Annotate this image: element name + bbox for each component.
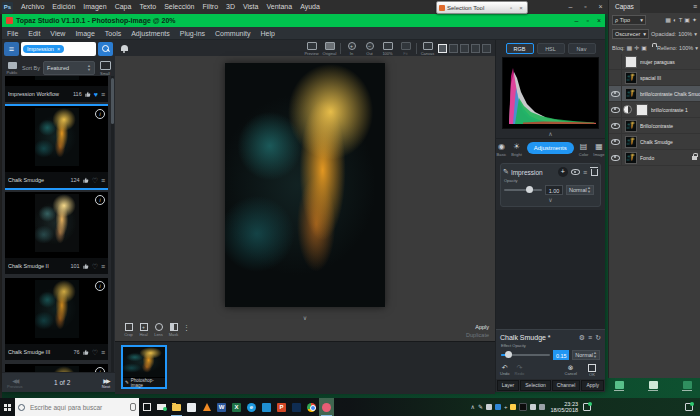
- ps-menu-edicion[interactable]: Edición: [48, 0, 79, 14]
- tz-menu-plugins[interactable]: Plug-ins: [175, 30, 210, 37]
- preset-card-chalk-smudge-iii[interactable]: i Chalk Smudge III 76 ♡ ≡: [5, 278, 108, 360]
- edge-icon[interactable]: e: [244, 398, 259, 416]
- more-tools-icon[interactable]: ⋮: [183, 323, 190, 332]
- taskbar-clock[interactable]: 23:23 18/05/2018: [548, 401, 580, 414]
- topaz-titlebar[interactable]: Topaz Studio V1.10.1 - Photoshop-image @…: [2, 14, 605, 27]
- zoom-fit-button[interactable]: Fit: [398, 42, 413, 56]
- taskbar-search-input[interactable]: [28, 403, 127, 412]
- redo-button[interactable]: ↷ Redo: [515, 364, 525, 376]
- layer-row-brillo-contraste-1[interactable]: brillo/contraste 1: [609, 102, 700, 118]
- search-tag-pill[interactable]: Impression ×: [23, 45, 64, 53]
- bright-button[interactable]: ☀ Bright: [511, 142, 521, 157]
- microphone-icon[interactable]: [130, 403, 136, 411]
- heal-tool-button[interactable]: + Heal: [136, 323, 151, 337]
- preview-button[interactable]: Preview: [304, 42, 319, 56]
- previous-page-button[interactable]: ◀◀ Previous: [7, 377, 23, 389]
- thumbnail-size-button[interactable]: Small: [98, 61, 112, 76]
- next-page-button[interactable]: ▶▶ Next: [102, 377, 110, 389]
- filter-pin-icon[interactable]: ✦: [692, 16, 697, 24]
- footer-tab-apply[interactable]: Apply: [581, 380, 604, 391]
- tab-capas[interactable]: Capas: [609, 0, 640, 13]
- filter-adjustment-icon[interactable]: ◐: [673, 16, 677, 24]
- pen-icon[interactable]: ✎: [478, 403, 483, 411]
- ps-menu-ayuda[interactable]: Ayuda: [296, 0, 324, 14]
- layer-row-brillo-contraste-chalk-smudge-ii[interactable]: brillo/contraste Chalk Smudge II: [609, 86, 700, 102]
- ps-menu-archivo[interactable]: Archivo: [17, 0, 48, 14]
- layer-row-chalk-smudge[interactable]: Chalk Smudge: [609, 134, 700, 150]
- preset-card-partial[interactable]: i: [5, 364, 108, 372]
- blend-mode-select[interactable]: Oscurecer ▾: [612, 29, 649, 39]
- thumbs-up-icon[interactable]: [83, 263, 89, 269]
- layer-row-brillo-contraste[interactable]: Brillo/contraste: [609, 118, 700, 134]
- zoom-in-button[interactable]: + In: [344, 42, 359, 56]
- drive-icon[interactable]: [510, 404, 516, 410]
- preset-card-chalk-smudge[interactable]: i Chalk Smudge 124 ♡ ≡: [5, 106, 108, 188]
- impression-opacity-slider[interactable]: [504, 189, 542, 191]
- sidebar-menu-button[interactable]: ≡: [4, 42, 19, 56]
- search-tag-remove-icon[interactable]: ×: [57, 46, 60, 52]
- adjustment-menu-icon[interactable]: ≡: [583, 169, 587, 176]
- selection-tool-close-icon[interactable]: ×: [517, 5, 525, 11]
- ps-menu-texto[interactable]: Texto: [135, 0, 160, 14]
- duplicate-button[interactable]: Duplicate: [466, 332, 489, 339]
- visibility-eye-icon[interactable]: [571, 169, 580, 175]
- bluetooth-icon[interactable]: [495, 404, 501, 410]
- canvas-button[interactable]: Canvas: [420, 42, 435, 56]
- ps-restore-button[interactable]: ▫: [578, 0, 593, 14]
- taskbar-search[interactable]: [15, 398, 139, 416]
- documents-folder-icon[interactable]: [184, 398, 199, 416]
- tz-menu-adjustments[interactable]: Adjustments: [126, 30, 175, 37]
- ps-menu-3d[interactable]: 3D: [222, 0, 239, 14]
- notification-center-icon[interactable]: [685, 403, 693, 411]
- onedrive-icon[interactable]: +: [504, 403, 508, 411]
- visibility-toggle[interactable]: [609, 150, 622, 165]
- vlc-icon[interactable]: [199, 398, 214, 416]
- adjustments-button[interactable]: Adjustments: [527, 142, 574, 154]
- tab-hsl[interactable]: HSL: [537, 43, 565, 54]
- tab-nav[interactable]: Nav: [568, 43, 596, 54]
- tz-menu-community[interactable]: Community: [210, 30, 255, 37]
- chrome-icon[interactable]: [304, 398, 319, 416]
- visibility-toggle[interactable]: [609, 54, 622, 69]
- filmstrip-thumbnail-selected[interactable]: ✎ Photoshop-image: [121, 345, 167, 389]
- tz-menu-help[interactable]: Help: [255, 30, 279, 37]
- layer-thumbnail[interactable]: [625, 136, 637, 148]
- info-icon[interactable]: i: [95, 281, 105, 291]
- effect-opacity-value[interactable]: 0.15: [553, 350, 569, 360]
- view-single-button[interactable]: [438, 44, 447, 53]
- file-explorer-icon[interactable]: [169, 398, 184, 416]
- delete-trash-icon[interactable]: [591, 169, 598, 176]
- desktop-shortcut-icon[interactable]: [614, 381, 624, 393]
- topaz-minimize-button[interactable]: –: [575, 17, 579, 24]
- desktop-shortcut-icon[interactable]: [682, 381, 692, 393]
- add-adjustment-icon[interactable]: +: [558, 167, 568, 177]
- effect-opacity-slider[interactable]: [501, 354, 550, 356]
- tz-menu-view[interactable]: View: [45, 30, 70, 37]
- preset-options-icon[interactable]: ≡: [101, 177, 105, 184]
- lens-tool-button[interactable]: Lens: [151, 323, 166, 337]
- fill-value[interactable]: 100%: [679, 45, 693, 51]
- layer-row-spacial-iii[interactable]: spacial III: [609, 70, 700, 86]
- preset-card-impression-workflow[interactable]: Impression Workflow 116 ♥ ≡: [5, 76, 108, 102]
- preset-card-chalk-smudge-ii[interactable]: i Chalk Smudge II 101 ♡ ≡: [5, 192, 108, 274]
- impression-opacity-value[interactable]: 1.00: [545, 185, 563, 195]
- visibility-toggle[interactable]: [609, 86, 622, 101]
- undo-button[interactable]: ↶ Undo: [500, 364, 510, 376]
- color-button[interactable]: ▤ Color: [579, 142, 589, 157]
- effect-blend-select[interactable]: Normal ▲▼: [572, 350, 600, 360]
- layer-row-fondo[interactable]: Fondo: [609, 150, 700, 166]
- menu-icon[interactable]: ≡: [588, 333, 592, 342]
- view-dual-button[interactable]: [471, 44, 480, 53]
- thumbs-up-icon[interactable]: [83, 177, 89, 183]
- desktop-shortcut-icon[interactable]: [648, 381, 658, 393]
- ps-menu-ventana[interactable]: Ventana: [262, 0, 296, 14]
- preset-options-icon[interactable]: ≡: [101, 349, 105, 356]
- thumbs-up-icon[interactable]: [83, 349, 89, 355]
- apply-button[interactable]: Apply: [475, 324, 489, 331]
- layer-thumbnail[interactable]: [625, 72, 637, 84]
- view-side-by-side-button[interactable]: [460, 44, 469, 53]
- tz-menu-tools[interactable]: Tools: [100, 30, 126, 37]
- slider-knob[interactable]: [526, 186, 533, 193]
- tray-expand-icon[interactable]: ∧: [471, 403, 475, 411]
- tab-rgb[interactable]: RGB: [506, 43, 534, 54]
